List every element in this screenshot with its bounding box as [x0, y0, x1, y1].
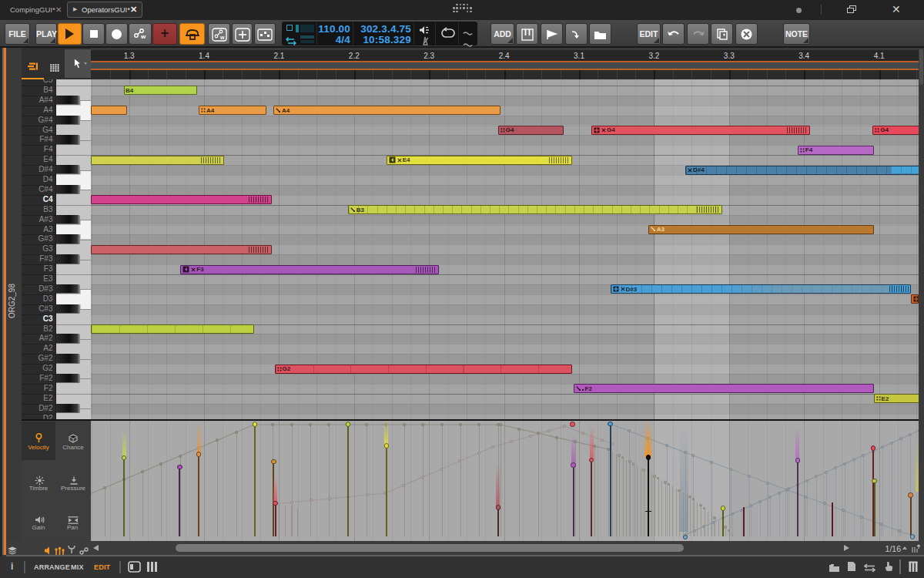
svg-text:w: w	[140, 33, 146, 40]
svg-text:w: w	[219, 35, 225, 40]
